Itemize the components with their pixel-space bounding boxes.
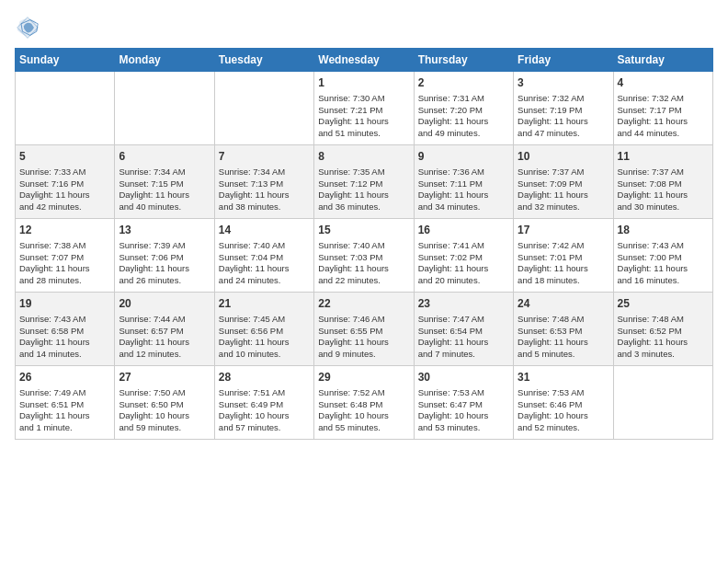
- calendar-cell: 30Sunrise: 7:53 AM Sunset: 6:47 PM Dayli…: [414, 366, 513, 440]
- day-info: Sunrise: 7:48 AM Sunset: 6:52 PM Dayligh…: [618, 314, 709, 361]
- calendar-cell: 26Sunrise: 7:49 AM Sunset: 6:51 PM Dayli…: [16, 366, 115, 440]
- day-info: Sunrise: 7:33 AM Sunset: 7:16 PM Dayligh…: [19, 167, 110, 213]
- day-info: Sunrise: 7:32 AM Sunset: 7:17 PM Dayligh…: [618, 93, 709, 140]
- day-info: Sunrise: 7:45 AM Sunset: 6:56 PM Dayligh…: [219, 314, 310, 361]
- week-row-4: 19Sunrise: 7:43 AM Sunset: 6:58 PM Dayli…: [16, 293, 713, 366]
- day-number: 17: [518, 223, 609, 238]
- calendar-cell: 10Sunrise: 7:37 AM Sunset: 7:09 PM Dayli…: [514, 145, 613, 219]
- week-row-3: 12Sunrise: 7:38 AM Sunset: 7:07 PM Dayli…: [16, 219, 713, 293]
- calendar-cell: 12Sunrise: 7:38 AM Sunset: 7:07 PM Dayli…: [16, 219, 115, 293]
- day-number: 7: [219, 149, 310, 165]
- day-info: Sunrise: 7:30 AM Sunset: 7:21 PM Dayligh…: [318, 93, 409, 140]
- day-number: 10: [518, 149, 609, 165]
- day-number: 2: [418, 75, 509, 91]
- calendar-cell: 1Sunrise: 7:30 AM Sunset: 7:21 PM Daylig…: [314, 72, 414, 145]
- day-info: Sunrise: 7:50 AM Sunset: 6:50 PM Dayligh…: [119, 387, 210, 434]
- day-number: 26: [19, 370, 110, 385]
- day-info: Sunrise: 7:46 AM Sunset: 6:55 PM Dayligh…: [318, 314, 409, 361]
- calendar-cell: 8Sunrise: 7:35 AM Sunset: 7:12 PM Daylig…: [314, 145, 414, 219]
- day-info: Sunrise: 7:47 AM Sunset: 6:54 PM Dayligh…: [418, 314, 509, 361]
- day-info: Sunrise: 7:34 AM Sunset: 7:13 PM Dayligh…: [219, 167, 310, 213]
- day-info: Sunrise: 7:52 AM Sunset: 6:48 PM Dayligh…: [318, 387, 409, 434]
- day-number: 16: [418, 223, 509, 238]
- day-number: 20: [119, 296, 210, 312]
- calendar-cell: 11Sunrise: 7:37 AM Sunset: 7:08 PM Dayli…: [613, 145, 712, 219]
- day-number: 30: [418, 370, 509, 385]
- calendar-cell: [214, 72, 313, 145]
- day-number: 27: [119, 370, 210, 385]
- day-number: 15: [318, 223, 409, 238]
- header-day-saturday: Saturday: [613, 49, 712, 72]
- calendar-table: SundayMondayTuesdayWednesdayThursdayFrid…: [15, 48, 713, 440]
- day-number: 18: [618, 223, 709, 238]
- calendar-cell: 17Sunrise: 7:42 AM Sunset: 7:01 PM Dayli…: [514, 219, 613, 293]
- day-info: Sunrise: 7:44 AM Sunset: 6:57 PM Dayligh…: [119, 314, 210, 361]
- calendar-cell: 23Sunrise: 7:47 AM Sunset: 6:54 PM Dayli…: [414, 293, 513, 366]
- day-info: Sunrise: 7:51 AM Sunset: 6:49 PM Dayligh…: [219, 387, 310, 434]
- day-number: 23: [418, 296, 509, 312]
- day-info: Sunrise: 7:39 AM Sunset: 7:06 PM Dayligh…: [119, 240, 210, 287]
- calendar-cell: 14Sunrise: 7:40 AM Sunset: 7:04 PM Dayli…: [214, 219, 313, 293]
- day-number: 21: [219, 296, 310, 312]
- week-row-2: 5Sunrise: 7:33 AM Sunset: 7:16 PM Daylig…: [16, 145, 713, 219]
- day-info: Sunrise: 7:38 AM Sunset: 7:07 PM Dayligh…: [19, 240, 110, 287]
- day-info: Sunrise: 7:53 AM Sunset: 6:46 PM Dayligh…: [518, 387, 609, 434]
- day-number: 19: [19, 296, 110, 312]
- header-day-monday: Monday: [115, 49, 214, 72]
- calendar-cell: 3Sunrise: 7:32 AM Sunset: 7:19 PM Daylig…: [514, 72, 613, 145]
- calendar-cell: 31Sunrise: 7:53 AM Sunset: 6:46 PM Dayli…: [514, 366, 613, 440]
- header-day-sunday: Sunday: [16, 49, 115, 72]
- calendar-cell: 13Sunrise: 7:39 AM Sunset: 7:06 PM Dayli…: [115, 219, 214, 293]
- day-info: Sunrise: 7:40 AM Sunset: 7:03 PM Dayligh…: [318, 240, 409, 287]
- day-info: Sunrise: 7:32 AM Sunset: 7:19 PM Dayligh…: [518, 93, 609, 140]
- day-number: 13: [119, 223, 210, 238]
- calendar-cell: 20Sunrise: 7:44 AM Sunset: 6:57 PM Dayli…: [115, 293, 214, 366]
- day-info: Sunrise: 7:49 AM Sunset: 6:51 PM Dayligh…: [19, 387, 110, 434]
- calendar-cell: 24Sunrise: 7:48 AM Sunset: 6:53 PM Dayli…: [514, 293, 613, 366]
- calendar-cell: 28Sunrise: 7:51 AM Sunset: 6:49 PM Dayli…: [214, 366, 313, 440]
- header-day-wednesday: Wednesday: [314, 49, 414, 72]
- calendar-cell: 6Sunrise: 7:34 AM Sunset: 7:15 PM Daylig…: [115, 145, 214, 219]
- calendar-cell: 15Sunrise: 7:40 AM Sunset: 7:03 PM Dayli…: [314, 219, 414, 293]
- week-row-1: 1Sunrise: 7:30 AM Sunset: 7:21 PM Daylig…: [16, 72, 713, 145]
- calendar-cell: [115, 72, 214, 145]
- day-number: 29: [318, 370, 409, 385]
- day-number: 24: [518, 296, 609, 312]
- day-number: 25: [618, 296, 709, 312]
- calendar-cell: [16, 72, 115, 145]
- day-number: 22: [318, 296, 409, 312]
- header-day-tuesday: Tuesday: [214, 49, 313, 72]
- calendar-cell: 7Sunrise: 7:34 AM Sunset: 7:13 PM Daylig…: [214, 145, 313, 219]
- day-number: 14: [219, 223, 310, 238]
- day-info: Sunrise: 7:34 AM Sunset: 7:15 PM Dayligh…: [119, 167, 210, 213]
- calendar-cell: 25Sunrise: 7:48 AM Sunset: 6:52 PM Dayli…: [613, 293, 712, 366]
- calendar-cell: 22Sunrise: 7:46 AM Sunset: 6:55 PM Dayli…: [314, 293, 414, 366]
- day-info: Sunrise: 7:41 AM Sunset: 7:02 PM Dayligh…: [418, 240, 509, 287]
- day-info: Sunrise: 7:43 AM Sunset: 7:00 PM Dayligh…: [618, 240, 709, 287]
- calendar-cell: 5Sunrise: 7:33 AM Sunset: 7:16 PM Daylig…: [16, 145, 115, 219]
- day-number: 5: [19, 149, 110, 165]
- day-info: Sunrise: 7:40 AM Sunset: 7:04 PM Dayligh…: [219, 240, 310, 287]
- day-number: 6: [119, 149, 210, 165]
- day-number: 12: [19, 223, 110, 238]
- day-info: Sunrise: 7:31 AM Sunset: 7:20 PM Dayligh…: [418, 93, 509, 140]
- header-day-thursday: Thursday: [414, 49, 513, 72]
- page-header: [15, 15, 713, 40]
- day-info: Sunrise: 7:37 AM Sunset: 7:08 PM Dayligh…: [618, 167, 709, 213]
- day-info: Sunrise: 7:37 AM Sunset: 7:09 PM Dayligh…: [518, 167, 609, 213]
- day-number: 3: [518, 75, 609, 91]
- header-row: SundayMondayTuesdayWednesdayThursdayFrid…: [16, 49, 713, 72]
- week-row-5: 26Sunrise: 7:49 AM Sunset: 6:51 PM Dayli…: [16, 366, 713, 440]
- day-info: Sunrise: 7:53 AM Sunset: 6:47 PM Dayligh…: [418, 387, 509, 434]
- day-number: 28: [219, 370, 310, 385]
- logo-icon: [15, 15, 40, 40]
- calendar-cell: 2Sunrise: 7:31 AM Sunset: 7:20 PM Daylig…: [414, 72, 513, 145]
- calendar-cell: [613, 366, 712, 440]
- day-info: Sunrise: 7:48 AM Sunset: 6:53 PM Dayligh…: [518, 314, 609, 361]
- header-day-friday: Friday: [514, 49, 613, 72]
- calendar-cell: 9Sunrise: 7:36 AM Sunset: 7:11 PM Daylig…: [414, 145, 513, 219]
- day-info: Sunrise: 7:36 AM Sunset: 7:11 PM Dayligh…: [418, 167, 509, 213]
- day-info: Sunrise: 7:43 AM Sunset: 6:58 PM Dayligh…: [19, 314, 110, 361]
- day-number: 31: [518, 370, 609, 385]
- calendar-cell: 19Sunrise: 7:43 AM Sunset: 6:58 PM Dayli…: [16, 293, 115, 366]
